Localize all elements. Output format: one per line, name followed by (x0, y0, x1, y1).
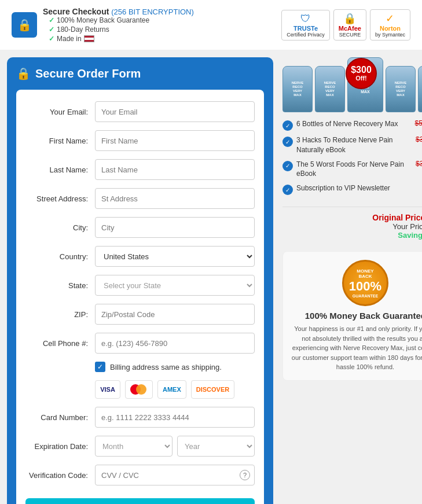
phone-field[interactable] (95, 333, 255, 354)
city-field[interactable] (95, 217, 255, 238)
form-inner: Your Email: First Name: Last Name: Stree… (16, 90, 264, 504)
price-item-2: ✓ The 5 Worst Foods For Nerve Pain eBook… (282, 160, 422, 179)
us-flag-icon (84, 35, 94, 42)
header: 🔒 Secure Checkout (256 BIT ENCRYPTION) 1… (0, 0, 422, 50)
city-label: City: (25, 223, 95, 232)
lock-icon: 🔒 (12, 12, 37, 38)
email-field[interactable] (95, 101, 255, 122)
billing-label: Billing address same as shipping. (110, 363, 222, 371)
right-panel: NERVERECOVERYMAX NERVERECOVERYMAX NERVER… (273, 57, 422, 504)
expiry-selects: Month 010203 040506 070809 101112 Year 2… (95, 436, 255, 457)
bottle-5: NERVERECOVERYMAX (418, 66, 422, 112)
product-bottles: NERVERECOVERYMAX NERVERECOVERYMAX NERVER… (282, 57, 422, 112)
form-title: Secure Order Form (35, 67, 141, 80)
card-number-label: Card Number: (25, 413, 95, 422)
last-name-label: Last Name: (25, 165, 95, 174)
city-row: City: (25, 217, 255, 238)
mcafee-icon: 🔒 (343, 12, 356, 25)
your-price: Your Price: $294 (282, 222, 422, 231)
check-icon-1: ✓ (282, 137, 293, 147)
check-icon-3: ✓ (282, 185, 293, 195)
last-name-row: Last Name: (25, 159, 255, 180)
discount-badge: $300 Off! (346, 58, 377, 89)
amex-icon: AMEX (157, 380, 186, 399)
guarantee-made-in: Made in (49, 35, 194, 43)
card-icons: VISA AMEX DISCOVER (95, 380, 255, 399)
email-label: Your Email: (25, 108, 95, 116)
form-header: 🔒 Secure Order Form (16, 67, 264, 80)
price-list: ✓ 6 Bottles of Nerve Recovery Max $594 $… (282, 119, 422, 207)
visa-icon: VISA (95, 380, 120, 399)
month-select[interactable]: Month 010203 040506 070809 101112 (95, 436, 173, 457)
country-row: Country: United States (25, 246, 255, 267)
form-panel: 🔒 Secure Order Form Your Email: First Na… (7, 57, 273, 504)
norton-icon: ✓ (386, 12, 394, 25)
bottle-2: NERVERECOVERYMAX (315, 66, 345, 112)
billing-checkbox[interactable]: ✓ (95, 362, 105, 372)
country-label: Country: (25, 252, 95, 261)
street-label: Street Address: (25, 194, 95, 203)
badge-truste: 🛡 TRUSTe Certified Privacy (281, 10, 330, 41)
guarantee-section: MONEY BACK 100% GUARANTEE 100% Money Bac… (282, 251, 422, 381)
header-left: 🔒 Secure Checkout (256 BIT ENCRYPTION) 1… (12, 7, 194, 43)
truste-icon: 🛡 (300, 13, 311, 25)
header-guarantees: 100% Money Back Guarantee 180-Day Return… (49, 16, 194, 43)
bottle-4: NERVERECOVERYMAX (386, 66, 416, 112)
last-name-field[interactable] (95, 159, 255, 180)
email-row: Your Email: (25, 101, 255, 122)
cvv-label: Verification Code: (25, 471, 95, 480)
phone-label: Cell Phone #: (25, 339, 95, 348)
guarantee-returns: 180-Day Returns (49, 25, 194, 34)
check-icon-0: ✓ (282, 120, 293, 131)
cvv-help-icon[interactable]: ? (240, 470, 250, 480)
price-item-1: ✓ 3 Hacks To Reduce Nerve Pain Naturally… (282, 135, 422, 155)
country-select[interactable]: United States (95, 246, 255, 267)
state-select[interactable]: Select your State (95, 275, 255, 296)
first-name-row: First Name: (25, 130, 255, 151)
first-name-field[interactable] (95, 130, 255, 151)
price-item-0: ✓ 6 Bottles of Nerve Recovery Max $594 $… (282, 119, 422, 131)
form-lock-icon: 🔒 (16, 67, 31, 80)
state-row: State: Select your State (25, 275, 255, 296)
bottle-center: NERVERECOVERYMAX $300 Off! (347, 57, 383, 112)
savings: Savings: $447 (282, 231, 422, 240)
bottle-1: NERVERECOVERYMAX (282, 66, 313, 112)
cvv-row: Verification Code: ? (25, 465, 255, 485)
card-number-field[interactable] (95, 407, 255, 428)
header-title: Secure Checkout (256 BIT ENCRYPTION) (43, 7, 194, 16)
cvv-field[interactable] (95, 465, 255, 485)
badge-norton: ✓ Norton by Symantec (370, 9, 410, 41)
card-number-row: Card Number: (25, 407, 255, 428)
state-label: State: (25, 281, 95, 290)
street-row: Street Address: (25, 188, 255, 209)
badge-mcafee: 🔒 McAfee SECURE (333, 9, 366, 41)
price-item-3: ✓ Subscription to VIP Newsletter FREE (282, 183, 422, 195)
guarantee-title: 100% Money Back Guarantee (305, 311, 422, 321)
product-image-area: NERVERECOVERYMAX NERVERECOVERYMAX NERVER… (282, 57, 422, 112)
order-now-button[interactable]: ORDER NOW → (25, 498, 255, 504)
zip-row: ZIP: (25, 304, 255, 325)
billing-row: ✓ Billing address same as shipping. (95, 362, 255, 372)
zip-field[interactable] (95, 304, 255, 325)
main-content: 🔒 Secure Order Form Your Email: First Na… (0, 50, 422, 504)
guarantee-text: Your happiness is our #1 and only priori… (291, 324, 422, 372)
street-field[interactable] (95, 188, 255, 209)
guarantee-money-back: 100% Money Back Guarantee (49, 16, 194, 24)
discover-icon: DISCOVER (191, 380, 234, 399)
original-price: Original Price: $741 (282, 213, 422, 222)
totals: Original Price: $741 Your Price: $294 Sa… (282, 207, 422, 245)
security-badges: 🛡 TRUSTe Certified Privacy 🔒 McAfee SECU… (281, 9, 410, 41)
cvv-wrapper: ? (95, 465, 255, 485)
first-name-label: First Name: (25, 137, 95, 145)
expiry-label: Expiration Date: (25, 442, 95, 451)
expiry-row: Expiration Date: Month 010203 040506 070… (25, 436, 255, 457)
year-select[interactable]: Year 202420252026 202720282029 (177, 436, 255, 457)
zip-label: ZIP: (25, 310, 95, 319)
phone-row: Cell Phone #: (25, 333, 255, 354)
mastercard-icon (125, 380, 153, 399)
check-icon-2: ✓ (282, 161, 293, 171)
guarantee-badge-icon: MONEY BACK 100% GUARANTEE (342, 260, 388, 306)
header-title-area: Secure Checkout (256 BIT ENCRYPTION) 100… (43, 7, 194, 43)
